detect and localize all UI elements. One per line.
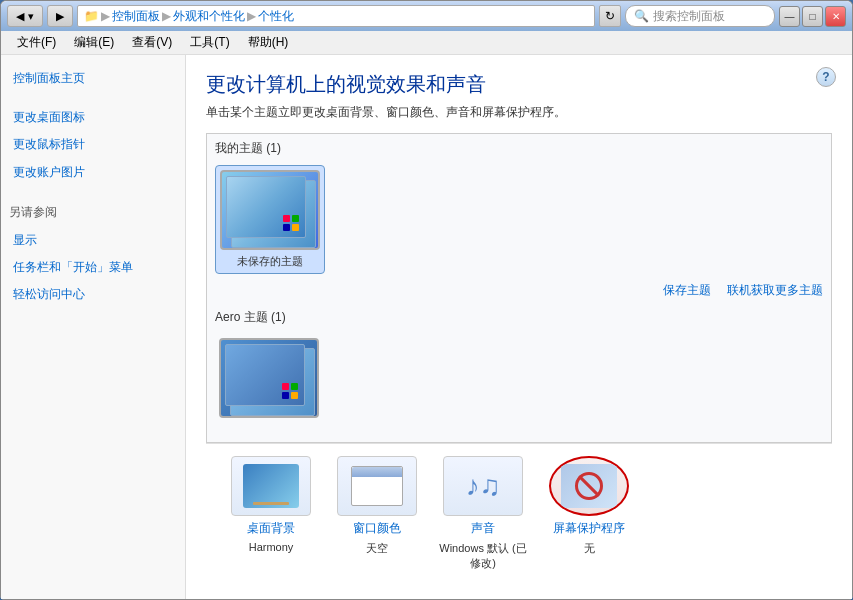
- sidebar-item-account-picture[interactable]: 更改账户图片: [9, 161, 177, 184]
- aero-themes-header: Aero 主题 (1): [207, 303, 831, 330]
- sidebar-item-desktop-icons[interactable]: 更改桌面图标: [9, 106, 177, 129]
- refresh-button[interactable]: ↻: [599, 5, 621, 27]
- menu-file[interactable]: 文件(F): [9, 32, 64, 53]
- address-appearance[interactable]: 外观和个性化: [173, 8, 245, 25]
- themes-panel: 我的主题 (1): [206, 133, 832, 443]
- close-button[interactable]: ✕: [825, 6, 846, 27]
- address-icon: 📁: [84, 9, 99, 23]
- minimize-button[interactable]: —: [779, 6, 800, 27]
- address-box[interactable]: 📁 ▶ 控制面板 ▶ 外观和个性化 ▶ 个性化: [77, 5, 595, 27]
- svg-rect-5: [291, 383, 298, 390]
- aero-theme-item[interactable]: [215, 334, 323, 426]
- sidebar-item-accessibility[interactable]: 轻松访问中心: [9, 283, 177, 306]
- sidebar-item-display[interactable]: 显示: [9, 229, 177, 252]
- my-themes-header: 我的主题 (1): [207, 134, 831, 161]
- sidebar-item-home[interactable]: 控制面板主页: [9, 67, 177, 90]
- main-area: 控制面板主页 更改桌面图标 更改鼠标指针 更改账户图片 另请参阅 显示 任务栏和…: [1, 55, 852, 599]
- menu-help[interactable]: 帮助(H): [240, 32, 297, 53]
- screensaver-icon-box: [549, 456, 629, 516]
- desktop-bg-label-main[interactable]: 桌面背景: [247, 520, 295, 537]
- online-themes-link[interactable]: 联机获取更多主题: [727, 282, 823, 299]
- toolbar-sound[interactable]: ♪♫ 声音 Windows 默认 (已修改): [438, 456, 528, 571]
- menu-edit[interactable]: 编辑(E): [66, 32, 122, 53]
- maximize-button[interactable]: □: [802, 6, 823, 27]
- save-theme-link[interactable]: 保存主题: [663, 282, 711, 299]
- menu-bar: 文件(F) 编辑(E) 查看(V) 工具(T) 帮助(H): [1, 31, 852, 55]
- svg-rect-4: [282, 383, 289, 390]
- svg-rect-7: [291, 392, 298, 399]
- title-bar: ◀ ▾ ▶ 📁 ▶ 控制面板 ▶ 外观和个性化 ▶ 个性化 ↻ 🔍 搜索控制面板…: [1, 1, 852, 31]
- window-color-label-main[interactable]: 窗口颜色: [353, 520, 401, 537]
- content-area: ? 更改计算机上的视觉效果和声音 单击某个主题立即更改桌面背景、窗口颜色、声音和…: [186, 55, 852, 599]
- toolbar-screensaver[interactable]: 屏幕保护程序 无: [544, 456, 634, 556]
- page-subtitle: 单击某个主题立即更改桌面背景、窗口颜色、声音和屏幕保护程序。: [206, 104, 832, 121]
- window-color-icon-box: [337, 456, 417, 516]
- svg-rect-1: [292, 215, 299, 222]
- aero-themes-grid: [207, 330, 831, 430]
- unsaved-theme-preview: [220, 170, 320, 250]
- aero-theme-preview: [219, 338, 319, 418]
- page-title: 更改计算机上的视觉效果和声音: [206, 71, 832, 98]
- my-themes-grid: 未保存的主题: [207, 161, 831, 278]
- sidebar-item-taskbar[interactable]: 任务栏和「开始」菜单: [9, 256, 177, 279]
- desktop-bg-label-sub: Harmony: [249, 541, 294, 553]
- sidebar-item-mouse-pointer[interactable]: 更改鼠标指针: [9, 133, 177, 156]
- svg-rect-6: [282, 392, 289, 399]
- window-color-icon: [351, 466, 403, 506]
- sound-label-sub: Windows 默认 (已修改): [438, 541, 528, 571]
- toolbar-desktop-bg[interactable]: 桌面背景 Harmony: [226, 456, 316, 553]
- main-window: ◀ ▾ ▶ 📁 ▶ 控制面板 ▶ 外观和个性化 ▶ 个性化 ↻ 🔍 搜索控制面板…: [0, 0, 853, 600]
- sound-icon-box: ♪♫: [443, 456, 523, 516]
- no-screensaver-icon: [575, 472, 603, 500]
- sidebar: 控制面板主页 更改桌面图标 更改鼠标指针 更改账户图片 另请参阅 显示 任务栏和…: [1, 55, 186, 599]
- menu-tools[interactable]: 工具(T): [182, 32, 237, 53]
- search-box[interactable]: 🔍 搜索控制面板: [625, 5, 775, 27]
- desktop-bg-icon: [243, 464, 299, 508]
- screensaver-icon: [561, 464, 617, 508]
- sound-icon: ♪♫: [466, 470, 501, 502]
- window-color-label-sub: 天空: [366, 541, 388, 556]
- address-control-panel[interactable]: 控制面板: [112, 8, 160, 25]
- bottom-toolbar: 桌面背景 Harmony 窗口颜色 天空: [206, 443, 832, 583]
- svg-rect-2: [283, 224, 290, 231]
- sound-label-main[interactable]: 声音: [471, 520, 495, 537]
- nav-forward-button[interactable]: ▶: [47, 5, 73, 27]
- screensaver-label-main[interactable]: 屏幕保护程序: [553, 520, 625, 537]
- screensaver-label-sub: 无: [584, 541, 595, 556]
- unsaved-theme-label: 未保存的主题: [237, 254, 303, 269]
- nav-back-button[interactable]: ◀ ▾: [7, 5, 43, 27]
- svg-rect-3: [292, 224, 299, 231]
- themes-links-row: 保存主题 联机获取更多主题: [207, 278, 831, 303]
- unsaved-theme-item[interactable]: 未保存的主题: [215, 165, 325, 274]
- desktop-bg-icon-box: [231, 456, 311, 516]
- window-controls: — □ ✕: [779, 6, 846, 27]
- address-personalization[interactable]: 个性化: [258, 8, 294, 25]
- help-button[interactable]: ?: [816, 67, 836, 87]
- toolbar-window-color[interactable]: 窗口颜色 天空: [332, 456, 422, 556]
- menu-view[interactable]: 查看(V): [124, 32, 180, 53]
- svg-rect-0: [283, 215, 290, 222]
- sidebar-also-see: 另请参阅: [9, 204, 177, 221]
- search-icon: 🔍: [634, 9, 649, 23]
